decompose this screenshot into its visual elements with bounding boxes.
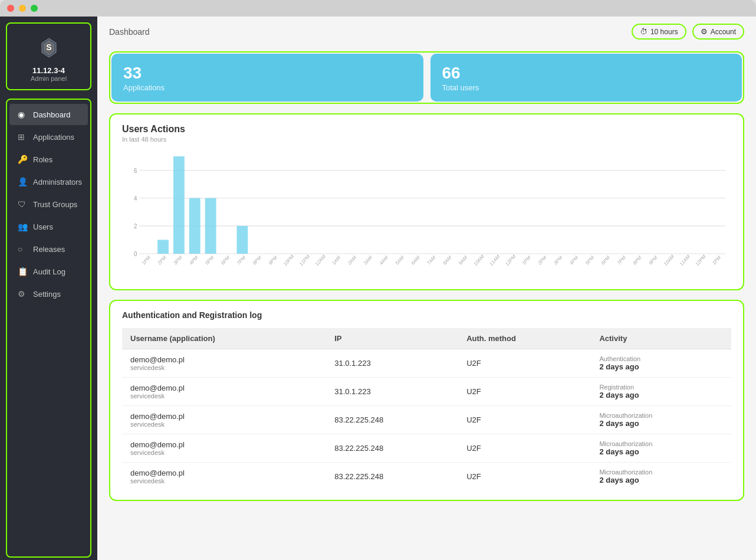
chart-subtitle: In last 48 hours	[122, 136, 731, 143]
svg-rect-13	[236, 225, 248, 253]
sidebar-item-administrators[interactable]: 👤 Administrators	[9, 171, 88, 192]
td-ip: 83.22.225.248	[326, 405, 458, 434]
svg-text:11PM: 11PM	[298, 253, 311, 267]
svg-text:4PM: 4PM	[568, 254, 579, 266]
maximize-dot[interactable]	[31, 5, 38, 12]
svg-text:2PM: 2PM	[157, 254, 167, 266]
nav-label-trust-groups: Trust Groups	[33, 200, 77, 209]
account-button[interactable]: ⚙ Account	[692, 24, 744, 40]
svg-text:10AM: 10AM	[663, 253, 675, 267]
svg-rect-12	[205, 198, 216, 253]
sidebar-logo: S 11.12.3-4 Admin panel	[6, 22, 91, 90]
sidebar-item-dashboard[interactable]: ◉ Dashboard	[9, 104, 88, 125]
svg-text:4AM: 4AM	[379, 254, 389, 266]
td-auth-method: U2F	[458, 349, 591, 377]
table-row: demo@demo.pl servicedesk 31.0.1.223 U2F …	[122, 349, 731, 377]
td-ip: 31.0.1.223	[326, 377, 458, 405]
svg-text:6AM: 6AM	[410, 254, 420, 266]
sidebar-item-trust-groups[interactable]: 🛡 Trust Groups	[9, 194, 88, 215]
time-filter-button[interactable]: ⏱ 10 hours	[632, 24, 686, 40]
td-username: demo@demo.pl servicedesk	[122, 377, 326, 405]
nav-label-administrators: Administrators	[33, 178, 82, 186]
topbar-actions: ⏱ 10 hours ⚙ Account	[632, 24, 744, 40]
log-table-header: Username (application)IPAuth. methodActi…	[122, 328, 731, 349]
svg-text:11AM: 11AM	[679, 253, 691, 267]
svg-text:1PM: 1PM	[141, 254, 152, 266]
time-filter-label: 10 hours	[650, 28, 678, 36]
topbar: Dashboard ⏱ 10 hours ⚙ Account	[97, 17, 756, 47]
td-username: demo@demo.pl servicedesk	[122, 462, 326, 490]
nav-label-settings: Settings	[33, 290, 61, 299]
td-ip: 83.22.225.248	[326, 462, 458, 490]
stat-label: Applications	[123, 83, 412, 92]
close-dot[interactable]	[7, 5, 14, 12]
td-activity: Registration 2 days ago	[591, 377, 731, 405]
svg-rect-11	[189, 198, 200, 253]
svg-rect-10	[173, 156, 185, 254]
nav-label-applications: Applications	[33, 133, 74, 142]
sidebar-item-roles[interactable]: 🔑 Roles	[9, 149, 88, 170]
svg-text:6PM: 6PM	[600, 254, 611, 266]
nav-label-audit-log: Audit Log	[33, 267, 65, 276]
svg-text:2AM: 2AM	[347, 254, 357, 266]
td-activity: Microauthorization 2 days ago	[591, 434, 731, 462]
svg-text:1PM: 1PM	[521, 254, 531, 266]
account-icon: ⚙	[701, 27, 708, 36]
releases-icon: ○	[18, 244, 27, 254]
stat-card-applications: 33 Applications	[111, 54, 423, 101]
sidebar-item-users[interactable]: 👥 Users	[9, 216, 88, 237]
main-content: Dashboard ⏱ 10 hours ⚙ Account 33 Applic…	[97, 17, 756, 560]
svg-text:12PM: 12PM	[694, 253, 706, 267]
log-title: Authentication and Registration log	[122, 310, 731, 320]
minimize-dot[interactable]	[19, 5, 26, 12]
stat-label: Total users	[442, 83, 731, 92]
content-area: 33 Applications 66 Total users Users Act…	[97, 47, 756, 513]
users-icon: 👥	[18, 222, 27, 231]
sidebar-item-audit-log[interactable]: 📋 Audit Log	[9, 261, 88, 282]
log-table-body: demo@demo.pl servicedesk 31.0.1.223 U2F …	[122, 349, 731, 490]
svg-text:8AM: 8AM	[442, 254, 452, 266]
stats-row: 33 Applications 66 Total users	[109, 51, 744, 104]
administrators-icon: 👤	[18, 177, 27, 186]
td-auth-method: U2F	[458, 377, 591, 405]
svg-text:7PM: 7PM	[236, 254, 246, 266]
nav-label-users: Users	[33, 222, 53, 231]
td-auth-method: U2F	[458, 434, 591, 462]
td-auth-method: U2F	[458, 405, 591, 434]
td-activity: Authentication 2 days ago	[591, 349, 731, 377]
table-row: demo@demo.pl servicedesk 83.22.225.248 U…	[122, 434, 731, 462]
nav-label-roles: Roles	[33, 155, 52, 164]
svg-text:0: 0	[134, 250, 137, 257]
svg-text:7AM: 7AM	[426, 254, 436, 266]
svg-text:5PM: 5PM	[204, 254, 215, 266]
nav-label-dashboard: Dashboard	[33, 110, 71, 119]
td-username: demo@demo.pl servicedesk	[122, 434, 326, 462]
svg-text:3AM: 3AM	[363, 254, 373, 266]
stat-number: 66	[442, 63, 731, 83]
sidebar-item-releases[interactable]: ○ Releases	[9, 238, 88, 260]
svg-text:4PM: 4PM	[188, 254, 199, 266]
sidebar-subtitle: Admin panel	[31, 75, 67, 82]
sidebar-item-applications[interactable]: ⊞ Applications	[9, 126, 88, 148]
svg-text:12PM: 12PM	[504, 253, 517, 267]
svg-text:2: 2	[134, 222, 137, 230]
sidebar-version: 11.12.3-4	[32, 66, 65, 75]
dashboard-icon: ◉	[18, 110, 27, 119]
chart-container: 02461PM2PM3PM4PM5PM6PM7PM8PM9PM10PM11PM1…	[122, 150, 731, 280]
applications-icon: ⊞	[18, 132, 27, 142]
td-ip: 31.0.1.223	[326, 349, 458, 377]
svg-rect-9	[157, 240, 169, 254]
td-username: demo@demo.pl servicedesk	[122, 405, 326, 434]
td-activity: Microauthorization 2 days ago	[591, 462, 731, 490]
svg-text:1PM: 1PM	[711, 254, 722, 266]
svg-text:9AM: 9AM	[458, 254, 468, 266]
log-col-auth--method: Auth. method	[458, 328, 591, 349]
svg-text:2PM: 2PM	[537, 254, 547, 266]
svg-text:S: S	[46, 42, 51, 52]
svg-text:8PM: 8PM	[632, 254, 643, 266]
sidebar-item-settings[interactable]: ⚙ Settings	[9, 283, 88, 304]
sidebar-navigation: ◉ Dashboard ⊞ Applications 🔑 Roles 👤 Adm…	[6, 99, 91, 558]
svg-text:7PM: 7PM	[616, 254, 627, 266]
audit-log-icon: 📋	[18, 267, 27, 276]
svg-text:9PM: 9PM	[647, 254, 658, 266]
